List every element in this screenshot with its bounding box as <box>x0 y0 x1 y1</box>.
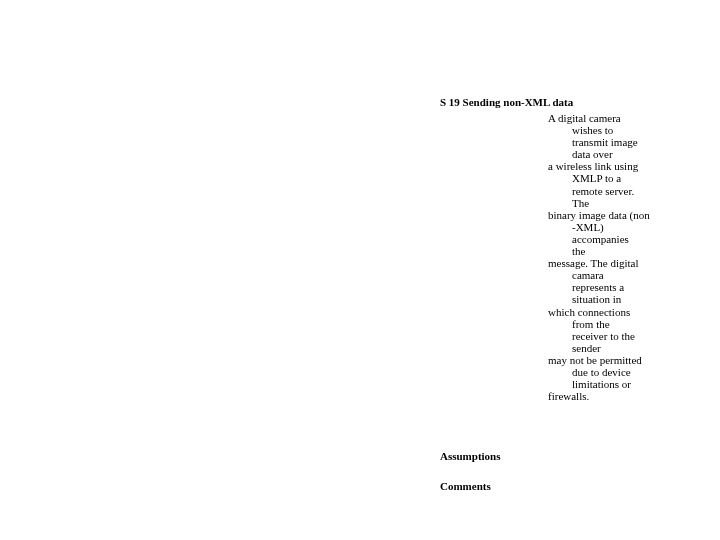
desc-line: which connections <box>548 306 660 318</box>
desc-line: wishes to <box>572 124 660 136</box>
desc-line: due to device <box>572 366 660 378</box>
desc-line: message. The digital <box>548 257 660 269</box>
desc-line: The <box>572 197 660 209</box>
desc-line: may not be permitted <box>548 354 660 366</box>
desc-line: -XML) <box>572 221 660 233</box>
assumptions-heading: Assumptions <box>440 450 501 462</box>
comments-heading: Comments <box>440 480 491 492</box>
desc-line: a wireless link using <box>548 160 660 172</box>
desc-line: firewalls. <box>548 390 660 402</box>
desc-line: receiver to the <box>572 330 660 342</box>
desc-line: data over <box>572 148 660 160</box>
desc-line: transmit image <box>572 136 660 148</box>
desc-line: from the <box>572 318 660 330</box>
desc-line: accompanies <box>572 233 660 245</box>
desc-line: remote server. <box>572 185 660 197</box>
desc-line: binary image data (non <box>548 209 660 221</box>
desc-line: XMLP to a <box>572 172 660 184</box>
desc-line: represents a <box>572 281 660 293</box>
desc-line: limitations or <box>572 378 660 390</box>
desc-line: situation in <box>572 293 660 305</box>
desc-line: the <box>572 245 660 257</box>
description-block: A digital camera wishes to transmit imag… <box>548 112 660 402</box>
desc-line: camara <box>572 269 660 281</box>
desc-line: sender <box>572 342 660 354</box>
section-heading: S 19 Sending non-XML data <box>440 96 573 108</box>
desc-line: A digital camera <box>548 112 660 124</box>
